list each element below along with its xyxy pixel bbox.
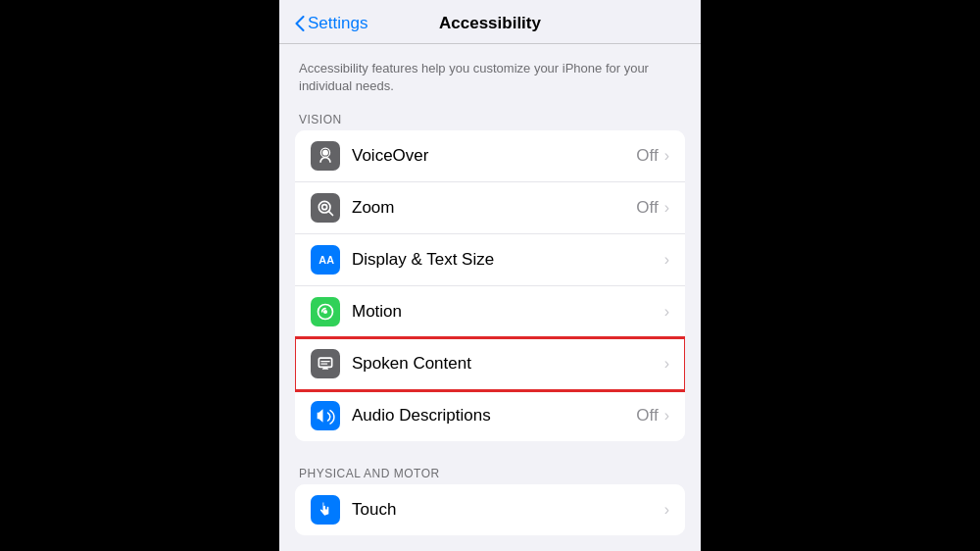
audio-descriptions-value: Off: [636, 406, 658, 426]
display-icon: AA: [311, 245, 340, 275]
svg-point-3: [322, 205, 327, 210]
voiceover-value: Off: [636, 146, 658, 166]
motion-label: Motion: [352, 302, 659, 322]
zoom-icon: [311, 193, 340, 223]
touch-chevron: ›: [664, 501, 669, 519]
page-title: Accessibility: [439, 14, 541, 33]
audio-descriptions-label: Audio Descriptions: [352, 406, 636, 426]
touch-icon: [311, 495, 340, 525]
audio-icon: [311, 401, 340, 430]
section-header-physical: PHYSICAL AND MOTOR: [279, 461, 701, 484]
motion-icon: [311, 297, 340, 326]
zoom-row[interactable]: Zoom Off ›: [295, 182, 685, 234]
voiceover-label: VoiceOver: [352, 146, 636, 166]
svg-line-4: [328, 212, 332, 216]
back-button[interactable]: Settings: [295, 14, 368, 33]
voiceover-icon: [311, 141, 340, 171]
display-chevron: ›: [664, 251, 669, 269]
section-header-vision: VISION: [279, 107, 701, 130]
nav-bar: Settings Accessibility: [279, 0, 701, 44]
svg-point-0: [322, 150, 328, 156]
zoom-label: Zoom: [352, 198, 636, 218]
spoken-content-chevron: ›: [664, 355, 669, 373]
display-text-size-row[interactable]: AA Display & Text Size ›: [295, 234, 685, 286]
spoken-content-label: Spoken Content: [352, 354, 659, 374]
spoken-content-row[interactable]: Spoken Content ›: [295, 338, 685, 390]
vision-group: VoiceOver Off › Zoom Off ›: [295, 130, 685, 441]
svg-text:AA: AA: [318, 255, 334, 267]
svg-rect-8: [318, 359, 331, 368]
svg-point-7: [323, 310, 327, 314]
audio-descriptions-chevron: ›: [664, 407, 669, 425]
touch-row[interactable]: Touch ›: [295, 484, 685, 535]
voiceover-chevron: ›: [664, 147, 669, 165]
audio-descriptions-row[interactable]: Audio Descriptions Off ›: [295, 390, 685, 441]
zoom-value: Off: [636, 198, 658, 218]
zoom-chevron: ›: [664, 199, 669, 217]
back-label: Settings: [308, 14, 368, 33]
accessibility-description: Accessibility features help you customiz…: [279, 44, 701, 107]
spoken-icon: [311, 349, 340, 378]
physical-group: Touch ›: [295, 484, 685, 535]
touch-label: Touch: [352, 500, 659, 520]
phone-screen: Settings Accessibility Accessibility fea…: [279, 0, 701, 551]
motion-row[interactable]: Motion ›: [295, 286, 685, 338]
content-area: Accessibility features help you customiz…: [279, 44, 701, 545]
display-label: Display & Text Size: [352, 250, 659, 270]
motion-chevron: ›: [664, 303, 669, 321]
voiceover-row[interactable]: VoiceOver Off ›: [295, 130, 685, 182]
